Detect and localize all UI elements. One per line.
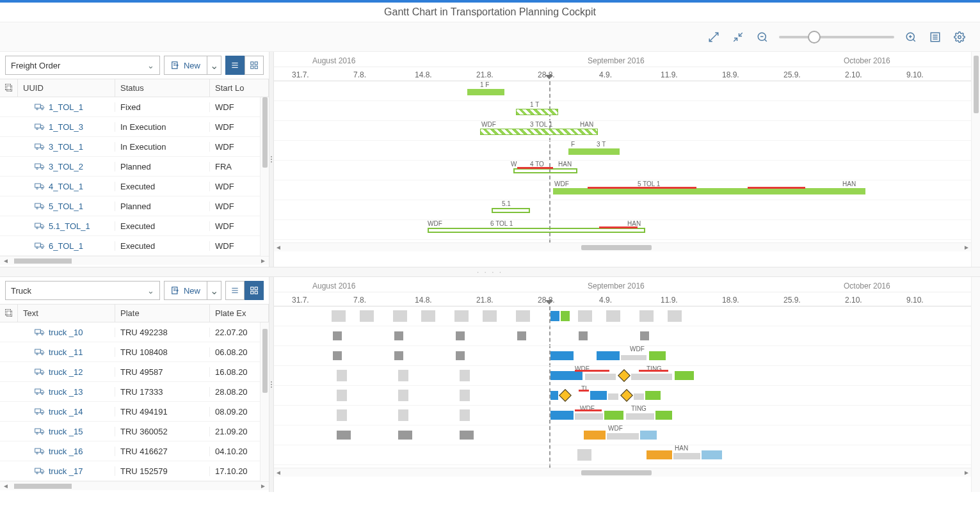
svg-rect-39 xyxy=(35,184,41,187)
row-link[interactable]: 6_TOL_1 xyxy=(49,241,83,251)
svg-rect-81 xyxy=(35,448,41,452)
view-grid-button-bottom[interactable] xyxy=(245,281,264,300)
bar-truck15-c[interactable] xyxy=(655,411,672,420)
bar-truck10-a[interactable] xyxy=(550,311,559,321)
bar-truck13-b[interactable] xyxy=(675,371,694,380)
bar-truck14-c[interactable] xyxy=(645,391,661,400)
table-row[interactable]: 6_TOL_1ExecutedWDF xyxy=(0,236,260,256)
new-button-caret-bottom[interactable]: ⌄ xyxy=(207,281,221,300)
col-plate[interactable]: Plate xyxy=(115,305,210,322)
row-link[interactable]: truck _10 xyxy=(49,328,83,337)
svg-rect-24 xyxy=(255,62,257,65)
row-link[interactable]: 3_TOL_2 xyxy=(49,162,83,171)
row-link[interactable]: truck _14 xyxy=(49,407,83,417)
row-link[interactable]: truck _16 xyxy=(49,447,83,456)
column-splitter-bottom[interactable] xyxy=(269,277,274,492)
bar-truck14-a[interactable] xyxy=(550,391,558,400)
row-link[interactable]: 5.1_TOL_1 xyxy=(49,221,90,231)
view-list-button-top[interactable] xyxy=(225,56,245,75)
bar-truck15-b[interactable] xyxy=(604,411,623,420)
bar-freight-3[interactable] xyxy=(480,129,598,135)
bar-freight-8[interactable] xyxy=(428,228,645,233)
table-row[interactable]: truck _10TRU 49223822.07.20 xyxy=(0,322,260,342)
hscroll-thumb-bottom-left[interactable] xyxy=(14,484,72,489)
settings-icon[interactable] xyxy=(952,29,967,45)
bar-truck15-a[interactable] xyxy=(550,411,574,420)
col-status[interactable]: Status xyxy=(115,79,210,97)
row-link[interactable]: truck _11 xyxy=(49,347,83,357)
col-text[interactable]: Text xyxy=(18,305,115,322)
col-start[interactable]: Start Lo xyxy=(210,79,269,97)
bar-freight-2[interactable] xyxy=(516,109,558,115)
table-row[interactable]: 1_TOL_3In ExecutionWDF xyxy=(0,117,260,137)
new-button-bottom[interactable]: New xyxy=(164,281,207,300)
row-link[interactable]: truck _17 xyxy=(49,466,83,476)
bar-freight-5[interactable] xyxy=(513,168,577,173)
col-expand-icon[interactable]: ⿻ xyxy=(0,305,18,322)
bar-freight-7[interactable] xyxy=(492,208,530,213)
bar-truck12-b[interactable] xyxy=(597,351,620,360)
row-link[interactable]: 3_TOL_1 xyxy=(49,142,83,152)
bar-truck17-a[interactable] xyxy=(647,450,672,459)
table-row[interactable]: truck _15TRU 36005221.09.20 xyxy=(0,422,260,441)
bar-truck12-a[interactable] xyxy=(550,351,574,360)
new-button-top[interactable]: New xyxy=(164,56,207,75)
table-row[interactable]: 5.1_TOL_1ExecutedWDF xyxy=(0,216,260,236)
bar-truck17-b[interactable] xyxy=(702,450,722,459)
row-link[interactable]: 1_TOL_3 xyxy=(49,122,83,132)
vscroll-gantt-top[interactable] xyxy=(974,56,979,113)
table-row[interactable]: truck _13TRU 1733328.08.20 xyxy=(0,382,260,402)
table-row[interactable]: truck _17TRU 15257917.10.20 xyxy=(0,461,260,481)
legend-icon[interactable] xyxy=(928,29,943,45)
bar-freight-6[interactable] xyxy=(553,188,865,194)
row-link[interactable]: 4_TOL_1 xyxy=(49,182,83,191)
col-uuid[interactable]: UUID xyxy=(18,79,115,97)
table-row[interactable]: 5_TOL_1PlannedWDF xyxy=(0,196,260,216)
bar-truck12-c[interactable] xyxy=(649,351,666,360)
type-dropdown-bottom[interactable]: Truck ⌄ xyxy=(5,281,160,300)
table-row[interactable]: truck _12TRU 4958716.08.20 xyxy=(0,362,260,382)
hscroll-thumb-top-left[interactable] xyxy=(14,258,72,264)
diamond-icon[interactable] xyxy=(559,389,572,402)
diamond-icon[interactable] xyxy=(618,369,631,382)
new-button-caret-top[interactable]: ⌄ xyxy=(207,56,221,75)
table-row[interactable]: 3_TOL_2PlannedFRA xyxy=(0,157,260,177)
bar-truck16-a[interactable] xyxy=(584,431,606,440)
bar-truck16-b[interactable] xyxy=(640,431,657,440)
bar-freight-4[interactable] xyxy=(568,148,620,155)
table-row[interactable]: truck _11TRU 10840806.08.20 xyxy=(0,342,260,362)
row-link[interactable]: 1_TOL_1 xyxy=(49,102,83,112)
svg-rect-48 xyxy=(35,243,41,247)
zoom-in-icon[interactable] xyxy=(903,29,919,45)
view-list-button-bottom[interactable] xyxy=(225,281,245,300)
view-grid-button-top[interactable] xyxy=(245,56,264,75)
table-row[interactable]: 4_TOL_1ExecutedWDF xyxy=(0,177,260,196)
row-link[interactable]: truck _15 xyxy=(49,427,83,436)
bar-truck13-a[interactable] xyxy=(550,371,582,380)
col-expand-icon[interactable]: ⿻ xyxy=(0,79,18,97)
column-splitter-top[interactable] xyxy=(269,52,274,267)
expand-in-icon[interactable] xyxy=(706,29,721,45)
zoom-out-icon[interactable] xyxy=(755,29,770,45)
bar-freight-1[interactable] xyxy=(467,89,504,95)
bar-truck14-b[interactable] xyxy=(590,391,607,400)
row-link[interactable]: 5_TOL_1 xyxy=(49,202,83,211)
col-plate-exp[interactable]: Plate Ex xyxy=(210,305,269,322)
hscroll-thumb-gantt-top[interactable] xyxy=(581,245,652,250)
hscroll-thumb-gantt-bottom[interactable] xyxy=(581,470,652,475)
zoom-slider[interactable] xyxy=(779,36,894,38)
collapse-icon[interactable] xyxy=(730,29,746,45)
vscroll-bottom[interactable] xyxy=(262,329,268,393)
svg-rect-60 xyxy=(255,287,257,290)
table-row[interactable]: 1_TOL_1FixedWDF xyxy=(0,97,260,117)
vscroll-top[interactable] xyxy=(262,97,268,168)
table-row[interactable]: truck _16TRU 41662704.10.20 xyxy=(0,441,260,461)
table-row[interactable]: truck _14TRU 49419108.09.20 xyxy=(0,402,260,422)
row-link[interactable]: truck _13 xyxy=(49,387,83,397)
diamond-icon[interactable] xyxy=(620,389,633,402)
type-dropdown-top[interactable]: Freight Order ⌄ xyxy=(5,56,160,75)
table-row[interactable]: 3_TOL_1In ExecutionWDF xyxy=(0,137,260,157)
row-link[interactable]: truck _12 xyxy=(49,367,83,377)
horizontal-splitter[interactable]: · · · · xyxy=(0,267,980,277)
bar-truck10-b[interactable] xyxy=(561,311,570,321)
